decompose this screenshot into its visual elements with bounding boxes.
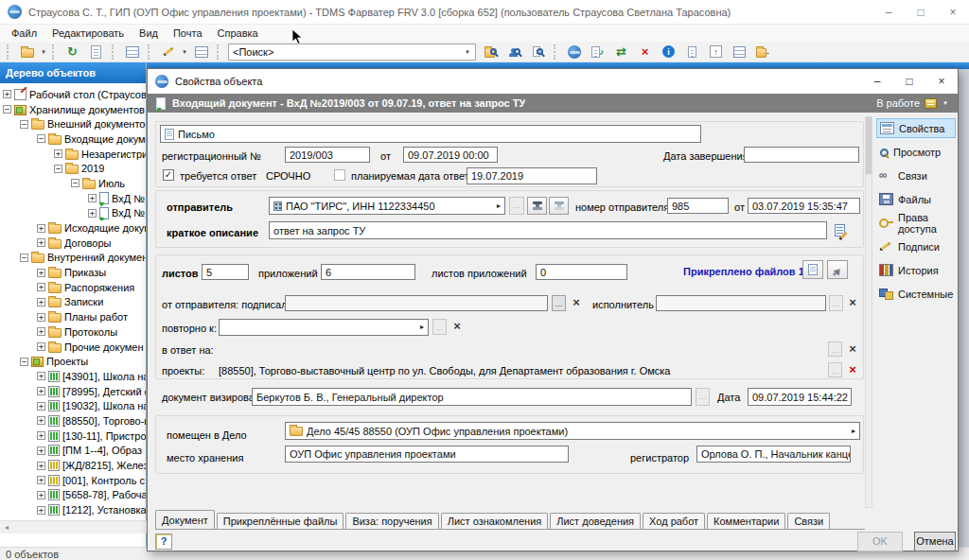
sender-caret-icon[interactable]: ▸ (497, 200, 501, 213)
visa-field[interactable]: Беркутов Б. В., Генеральный директор (252, 388, 692, 406)
reply-browse-button[interactable]: ... (828, 341, 842, 357)
send-folder-icon[interactable]: → (752, 43, 774, 61)
maximize-icon[interactable]: □ (893, 69, 925, 94)
search-folder-icon[interactable] (480, 43, 502, 61)
expander-plus-icon[interactable] (37, 387, 45, 395)
tree-row[interactable]: [123], Для измене (0, 517, 146, 518)
minimize-icon[interactable]: – (872, 0, 905, 24)
tree-item-label[interactable]: ВхД № (112, 193, 145, 204)
tree-item-label[interactable]: ВхД № (112, 207, 145, 219)
tree-item-label[interactable]: Прочие докумен (64, 341, 144, 353)
export-document-icon[interactable]: ↓ (681, 43, 703, 61)
expander-plus-icon[interactable] (37, 462, 45, 470)
search-combobox[interactable]: <Поиск> ▾ (228, 44, 476, 61)
tree-item-label[interactable]: [130-11], Пристро (62, 430, 146, 442)
search-document-icon[interactable] (527, 43, 549, 61)
info-icon[interactable]: i (658, 43, 679, 61)
edit-description-icon[interactable] (830, 220, 849, 239)
tree-item-label[interactable]: [43901], Школа на (62, 371, 146, 382)
attachment-sheets-field[interactable]: 0 (536, 264, 627, 280)
tree-row[interactable]: 2019 (0, 161, 146, 176)
tree-row[interactable]: [5658-78], Рабоча (0, 488, 146, 503)
tree-row[interactable]: [1212], Установка (0, 502, 146, 517)
tree-row[interactable]: ВхД № (0, 191, 146, 206)
menu-mail[interactable]: Почта (166, 27, 210, 39)
tree-item-label[interactable]: Приказы (64, 267, 106, 278)
sidebar-item-files[interactable]: Файлы (876, 189, 956, 209)
repeat-combobox[interactable]: ▸ (219, 319, 429, 336)
tree-item-label[interactable]: [5658-78], Рабоча (62, 489, 146, 500)
tree-row[interactable]: [ЖД/8215], Желез (0, 458, 146, 473)
tree-item-label[interactable]: Незарегистриров (81, 149, 146, 160)
sidebar-item-preview[interactable]: Просмотр (876, 142, 956, 162)
sender-number-field[interactable]: 985 (667, 198, 729, 214)
answer-required-checkbox[interactable]: ✓ (163, 169, 174, 181)
tree-item-label[interactable]: 2019 (81, 163, 104, 174)
tree-item-label[interactable]: Распоряжения (64, 282, 134, 293)
search-user-icon[interactable] (503, 43, 525, 61)
list-view-icon[interactable] (121, 43, 143, 61)
signer-browse-button[interactable]: ... (552, 295, 566, 311)
expander-plus-icon[interactable] (37, 506, 45, 515)
case-combobox[interactable]: Дело 45/45 88550 (ОУП Офис управления пр… (285, 422, 860, 440)
sender-stamp-disabled-icon[interactable] (549, 197, 569, 215)
sidebar-item-signatures[interactable]: Подписи (876, 236, 956, 256)
storage-field[interactable]: ОУП Офис управления проектами (285, 446, 569, 463)
expander-minus-icon[interactable] (20, 120, 28, 129)
tree-row[interactable]: ВхД № (0, 206, 146, 221)
tree-item-label[interactable]: Внешний документообо (47, 118, 146, 130)
menu-file[interactable]: Файл (4, 27, 44, 39)
sidebar-item-links[interactable]: ∞Связи (876, 166, 956, 185)
sign-pen-icon[interactable] (157, 43, 179, 61)
tree-row[interactable]: Договоры (0, 236, 146, 251)
delete-icon[interactable]: × (634, 43, 656, 61)
expander-minus-icon[interactable] (3, 105, 11, 114)
expander-minus-icon[interactable] (71, 179, 79, 187)
tree-row[interactable]: Входящие документы (0, 131, 146, 147)
tree-row[interactable]: Записки (0, 295, 146, 310)
sign-pen-caret-icon[interactable]: ▾ (181, 48, 188, 56)
tab-work-progress[interactable]: Ход работ (643, 513, 705, 529)
projects-browse-button[interactable]: ... (828, 362, 842, 377)
tab-visa-orders[interactable]: Виза: поручения (345, 513, 438, 529)
registrar-field[interactable]: Орлова О. П., Начальник канцелярии (696, 446, 851, 463)
tree-item-label[interactable]: Рабочий стол (Страусова (29, 89, 146, 100)
form-scrollbar[interactable] (865, 116, 872, 508)
executor-browse-button[interactable]: ... (829, 295, 843, 311)
expander-plus-icon[interactable] (37, 476, 45, 484)
expander-plus-icon[interactable] (37, 298, 45, 306)
repeat-clear-icon[interactable]: × (449, 319, 465, 335)
tree-row[interactable]: [19032], Школа на (0, 398, 146, 413)
expander-plus-icon[interactable] (37, 372, 45, 380)
executor-clear-icon[interactable]: × (845, 295, 860, 311)
tree-item-label[interactable]: Планы работ (64, 311, 128, 323)
expander-plus-icon[interactable] (37, 327, 45, 336)
help-button[interactable]: ? (155, 534, 172, 550)
exchange-users-icon[interactable]: ⇄ (610, 43, 632, 61)
description-field[interactable]: ответ на запрос ТУ (269, 221, 827, 239)
signer-clear-icon[interactable]: × (569, 295, 584, 311)
planned-date-field[interactable]: 19.07.2019 (467, 167, 597, 184)
reg-date-field[interactable]: 09.07.2019 00:00 (403, 147, 498, 163)
tree-row[interactable]: Незарегистриров (0, 147, 146, 162)
expander-plus-icon[interactable] (37, 342, 45, 351)
tree-item-label[interactable]: [19032], Школа на (62, 400, 146, 411)
repeat-caret-icon[interactable]: ▸ (420, 321, 424, 334)
reply-clear-icon[interactable]: × (845, 341, 860, 357)
menu-help[interactable]: Справка (210, 27, 266, 39)
tree-item-label[interactable]: Хранилище документов (29, 104, 145, 115)
tree-horizontal-scrollbar[interactable]: ◂ (0, 520, 147, 534)
expander-plus-icon[interactable] (37, 491, 45, 499)
upload-icon[interactable]: ↑ (705, 43, 727, 61)
tree-row[interactable]: Прочие докумен (0, 340, 146, 355)
tree-row[interactable]: Июль (0, 176, 146, 191)
tree-row[interactable]: Рабочий стол (Страусова (0, 87, 146, 102)
edit-document-icon[interactable] (85, 43, 107, 61)
expander-minus-icon[interactable] (20, 358, 28, 366)
tab-delivery-sheet[interactable]: Лист доведения (550, 513, 641, 529)
web-globe-icon[interactable] (563, 43, 585, 61)
open-folder-caret-icon[interactable]: ▾ (40, 48, 47, 56)
tree-row[interactable]: [43901], Школа на (0, 369, 146, 384)
expander-plus-icon[interactable] (37, 238, 45, 247)
sidebar-item-properties[interactable]: Свойства (876, 118, 956, 138)
